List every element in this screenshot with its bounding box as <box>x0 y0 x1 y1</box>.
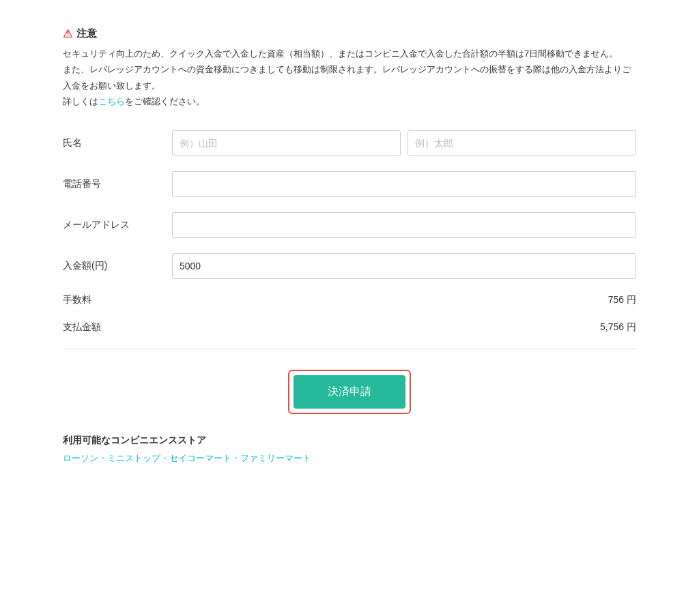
alert-link[interactable]: こちら <box>98 96 125 106</box>
phone-row: 電話番号 <box>63 171 636 197</box>
warning-icon: ⚠ <box>63 27 72 40</box>
email-label: メールアドレス <box>63 219 172 231</box>
alert-line2: また、レバレッジアカウントへの資金移動につきましても移動は制限されます。レバレッ… <box>63 64 631 90</box>
form-section: 氏名 電話番号 メールアドレス 入金額(円) <box>63 130 636 334</box>
divider <box>63 349 636 349</box>
phone-inputs <box>172 171 636 197</box>
alert-box: ⚠ 注意 セキュリティ向上のため、クイック入金で入金した資産（相当額）、またはコ… <box>63 27 636 110</box>
alert-title-text: 注意 <box>76 27 97 40</box>
convenience-stores: ローソン・ミニストップ・セイコーマート・ファミリーマート <box>63 452 636 465</box>
total-row: 支払金額 5,756 円 <box>63 321 636 334</box>
phone-label: 電話番号 <box>63 178 172 190</box>
name-row: 氏名 <box>63 130 636 156</box>
name-inputs <box>172 130 636 156</box>
button-area: 決済申請 <box>63 370 636 414</box>
convenience-section: 利用可能なコンビニエンスストア ローソン・ミニストップ・セイコーマート・ファミリ… <box>63 435 636 465</box>
alert-title: ⚠ 注意 <box>63 27 636 40</box>
submit-button[interactable]: 決済申請 <box>294 375 405 409</box>
email-row: メールアドレス <box>63 212 636 238</box>
amount-inputs <box>172 253 636 279</box>
page-container: ⚠ 注意 セキュリティ向上のため、クイック入金で入金した資産（相当額）、またはコ… <box>42 14 657 478</box>
submit-button-wrapper: 決済申請 <box>288 370 411 414</box>
email-inputs <box>172 212 636 238</box>
total-label: 支払金額 <box>63 321 172 334</box>
alert-line3-prefix: 詳しくは <box>63 96 98 106</box>
first-name-input[interactable] <box>408 130 636 156</box>
fee-label: 手数料 <box>63 294 172 306</box>
amount-label: 入金額(円) <box>63 260 172 272</box>
fee-value: 756 円 <box>608 294 636 306</box>
phone-input[interactable] <box>172 171 636 197</box>
email-input[interactable] <box>172 212 636 238</box>
alert-line3-suffix: をご確認ください。 <box>125 96 205 106</box>
last-name-input[interactable] <box>172 130 401 156</box>
amount-row: 入金額(円) <box>63 253 636 279</box>
amount-input[interactable] <box>172 253 636 279</box>
alert-line1: セキュリティ向上のため、クイック入金で入金した資産（相当額）、またはコンビニ入金… <box>63 48 618 59</box>
name-label: 氏名 <box>63 137 172 149</box>
total-value: 5,756 円 <box>600 321 636 334</box>
alert-text: セキュリティ向上のため、クイック入金で入金した資産（相当額）、またはコンビニ入金… <box>63 46 636 110</box>
convenience-title: 利用可能なコンビニエンスストア <box>63 435 636 447</box>
fee-row: 手数料 756 円 <box>63 294 636 306</box>
